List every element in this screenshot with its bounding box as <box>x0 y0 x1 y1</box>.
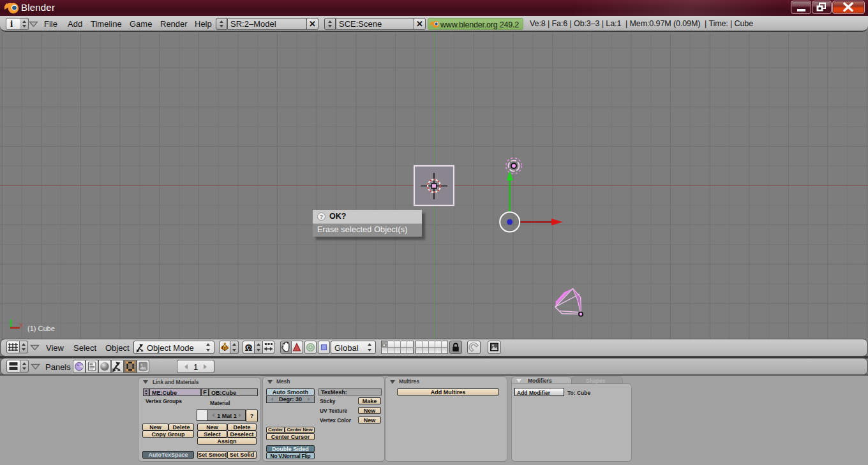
svg-text:x: x <box>20 321 24 328</box>
